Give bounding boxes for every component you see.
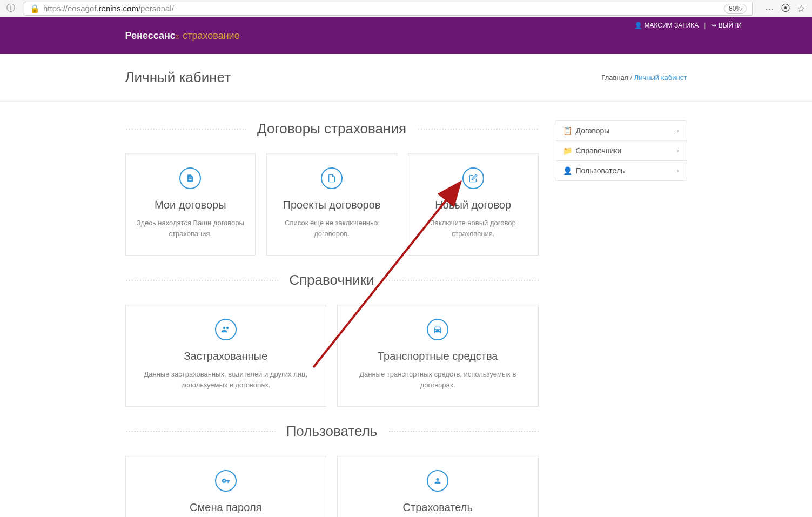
- divider: |: [704, 22, 706, 29]
- card-title: Новый договор: [417, 199, 530, 211]
- edit-icon: [462, 167, 484, 189]
- folder-icon: 📁: [563, 146, 572, 155]
- car-icon: [427, 319, 448, 340]
- section-title-contracts: Договоры страхования: [246, 120, 417, 137]
- logo-sub: страхование: [183, 30, 239, 42]
- chevron-right-icon: ›: [677, 127, 679, 135]
- logo[interactable]: Ренессанс® страхование: [125, 30, 240, 42]
- key-icon: [215, 470, 237, 492]
- card-title: Смена пароля: [134, 501, 318, 514]
- page-title: Личный кабинет: [125, 69, 231, 86]
- card-title: Мои договоры: [134, 199, 247, 211]
- url-domain: renins.com: [99, 4, 138, 13]
- card-vehicles[interactable]: Транспортные средства Данные транспортны…: [337, 305, 539, 407]
- sidebar-item-directories[interactable]: 📁 Справочники ›: [555, 141, 687, 161]
- card-my-contracts[interactable]: Мои договоры Здесь находятся Ваши догово…: [125, 153, 256, 256]
- url-input[interactable]: 🔒 https://eosagof.renins.com/personal/ 8…: [24, 2, 753, 16]
- menu-dots-icon[interactable]: ⋯: [764, 3, 774, 15]
- decorative-dots: [417, 127, 538, 131]
- lock-icon: 🔒: [30, 4, 40, 14]
- user-icon: 👤: [563, 166, 572, 175]
- sidebar-item-user[interactable]: 👤 Пользователь ›: [555, 161, 687, 180]
- card-desc: Заключите новый договор страхования.: [417, 218, 530, 239]
- decorative-dots: [125, 127, 246, 131]
- decorative-dots: [388, 430, 538, 433]
- registered-icon: ®: [176, 34, 179, 40]
- url-path: /personal/: [138, 4, 174, 13]
- bookmark-star-icon[interactable]: ☆: [797, 3, 806, 15]
- document-icon: [179, 167, 201, 189]
- decorative-dots: [125, 430, 276, 433]
- chevron-right-icon: ›: [677, 167, 679, 174]
- chevron-right-icon: ›: [677, 147, 679, 155]
- file-icon: [321, 167, 343, 189]
- sidebar-item-label: Договоры: [576, 126, 610, 135]
- decorative-dots: [385, 279, 539, 282]
- site-header: 👤 МАКСИМ ЗАГИКА | ↪ ВЫЙТИ Ренессанс® стр…: [0, 17, 812, 54]
- card-title: Проекты договоров: [275, 199, 388, 211]
- sidebar-item-label: Справочники: [576, 146, 622, 155]
- breadcrumb-separator: /: [630, 73, 634, 82]
- user-profile-link[interactable]: 👤 МАКСИМ ЗАГИКА: [634, 22, 699, 29]
- paste-icon: 📋: [563, 126, 572, 135]
- zoom-badge[interactable]: 80%: [724, 4, 747, 14]
- card-new-contract[interactable]: Новый договор Заключите новый договор ст…: [408, 153, 539, 256]
- page-subheader: Личный кабинет Главная / Личный кабинет: [0, 54, 812, 102]
- section-title-directories: Справочники: [278, 272, 385, 288]
- card-title: Застрахованные: [134, 350, 318, 362]
- card-desc: Список еще не заключенных договоров.: [275, 218, 388, 239]
- card-policyholder[interactable]: Страхователь Отредактируйте данные лица,…: [337, 456, 539, 517]
- card-desc: Данные застрахованных, водителей и други…: [134, 369, 318, 390]
- decorative-dots: [125, 279, 279, 282]
- person-icon: [427, 470, 448, 492]
- section-title-user: Пользователь: [276, 423, 388, 440]
- users-icon: [215, 319, 237, 340]
- card-desc: Данные транспортных средств, используемы…: [346, 369, 530, 390]
- breadcrumb-current: Личный кабинет: [634, 73, 687, 82]
- card-title: Транспортные средства: [346, 350, 530, 362]
- sidebar-item-label: Пользователь: [576, 166, 625, 175]
- browser-address-bar: ⓘ 🔒 https://eosagof.renins.com/personal/…: [0, 0, 812, 17]
- url-prefix: https://eosagof.: [43, 4, 99, 13]
- logo-main: Ренессанс: [125, 30, 176, 42]
- logout-link[interactable]: ↪ ВЫЙТИ: [711, 22, 742, 29]
- side-menu: 📋 Договоры › 📁 Справочники › 👤 Пользоват…: [555, 120, 687, 181]
- logout-icon: ↪: [711, 22, 716, 29]
- card-change-password[interactable]: Смена пароля Смените пароль от личного к…: [125, 456, 327, 517]
- card-desc: Здесь находятся Ваши договоры страховани…: [134, 218, 247, 239]
- user-icon: 👤: [634, 22, 642, 29]
- reader-icon[interactable]: ⦿: [781, 3, 790, 15]
- card-title: Страхователь: [346, 501, 530, 514]
- breadcrumb-home[interactable]: Главная: [601, 73, 628, 82]
- logout-label: ВЫЙТИ: [719, 22, 742, 29]
- breadcrumb: Главная / Личный кабинет: [601, 73, 687, 82]
- user-name: МАКСИМ ЗАГИКА: [644, 22, 699, 29]
- card-insured[interactable]: Застрахованные Данные застрахованных, во…: [125, 305, 327, 407]
- card-draft-contracts[interactable]: Проекты договоров Список еще не заключен…: [266, 153, 397, 256]
- sidebar-item-contracts[interactable]: 📋 Договоры ›: [555, 121, 687, 141]
